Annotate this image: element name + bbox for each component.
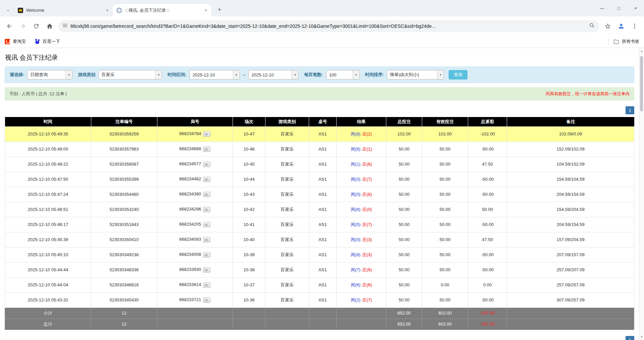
cell-total-bet[interactable]: 50.00 <box>386 232 422 247</box>
zoom-icon[interactable] <box>589 22 595 30</box>
cell-total-bet[interactable]: 50.00 <box>386 172 422 187</box>
cell-total-bet[interactable]: 50.00 <box>386 202 422 217</box>
cell-remark: 102.09/0.09 <box>507 126 634 141</box>
cell-game-type: 百家乐 <box>265 172 309 187</box>
search-button[interactable]: 查询 <box>449 70 467 79</box>
sort-select[interactable]: 降幂(由大到小) ▾ <box>387 70 444 79</box>
tab-close-icon[interactable]: × <box>203 7 209 13</box>
round-number: 668234482 <box>179 176 201 181</box>
cell-game-type: 百家乐 <box>265 247 309 262</box>
chevron-down-icon[interactable]: ▾ <box>353 70 359 79</box>
cell-game-type: 百家乐 <box>265 232 309 247</box>
cell-bet-id: 523030357963 <box>91 141 157 157</box>
chevron-down-icon[interactable]: ▾ <box>155 70 162 79</box>
cell-bet-id: 523030351843 <box>91 217 157 232</box>
cell-bet-id: 523030350410 <box>91 232 157 247</box>
result-banker: 庄(6) <box>362 162 372 167</box>
table-row: 2025-12-10 05:44:44 523030348336 6682339… <box>5 262 634 277</box>
date-end-select[interactable]: 2025-12-10 ▾ <box>248 70 299 79</box>
refresh-button[interactable] <box>30 19 43 33</box>
menu-kebab-icon[interactable] <box>628 19 641 33</box>
cell-total-bet[interactable]: 50.00 <box>386 277 422 292</box>
tab-search-button[interactable]: ⌄ <box>3 5 13 14</box>
tab-bet-record[interactable]: :::视讯, 会员下注纪录::: × <box>113 4 211 16</box>
minimize-button[interactable]: — <box>594 0 610 16</box>
bookmark-star-icon[interactable] <box>601 19 614 33</box>
date-start-select[interactable]: 2025-12-10 ▾ <box>190 70 240 79</box>
welcome-favicon <box>18 8 23 13</box>
table-row: 2025-12-10 05:46:17 523030351843 6682342… <box>5 217 634 232</box>
round-video-icon[interactable] <box>203 282 210 288</box>
tab-welcome[interactable]: Welcome × <box>14 4 113 16</box>
cell-total-bet[interactable]: 102.00 <box>386 126 422 141</box>
page-1-button-bottom[interactable]: 1 <box>626 336 634 340</box>
home-button[interactable] <box>43 19 56 33</box>
cell-total-bet[interactable]: 50.00 <box>386 217 422 232</box>
cell-total-bet[interactable]: 50.00 <box>386 141 422 157</box>
query-type-select[interactable]: 日期查询 ▾ <box>27 70 72 79</box>
cell-payout: -50.00 <box>468 172 507 187</box>
cell-total-bet[interactable]: 50.00 <box>386 262 422 277</box>
cell-total-bet[interactable]: 50.00 <box>386 247 422 262</box>
scrollbar-thumb[interactable] <box>640 56 643 111</box>
round-video-icon[interactable] <box>203 237 210 242</box>
maximize-button[interactable]: □ <box>610 0 627 16</box>
result-player: 闲(5) <box>351 222 360 227</box>
bookmark-taobao[interactable]: 爱淘宝 <box>5 39 26 45</box>
new-tab-button[interactable]: + <box>215 5 224 14</box>
round-video-icon[interactable] <box>203 131 210 137</box>
round-number: 668234577 <box>179 161 201 166</box>
total-count: 12 <box>91 319 157 330</box>
chevron-down-icon[interactable]: ▾ <box>233 70 240 79</box>
round-video-icon[interactable] <box>203 162 210 167</box>
page-size-label: 每页笔数: <box>304 72 323 78</box>
cell-payout: -50.00 <box>468 217 507 232</box>
game-type-select[interactable]: 百家乐 ▾ <box>98 70 162 79</box>
cell-payout: 47.50 <box>468 232 507 247</box>
cell-total-bet[interactable]: 50.00 <box>386 187 422 202</box>
forward-button[interactable] <box>16 19 30 33</box>
game-type-label: 游戏类别 <box>78 72 95 78</box>
cell-bet-id: 523030359259 <box>91 126 157 141</box>
profile-avatar[interactable] <box>614 19 628 33</box>
round-video-icon[interactable] <box>203 177 210 182</box>
chevron-down-icon[interactable]: ▾ <box>292 70 298 79</box>
scroll-down-icon[interactable]: ▼ <box>639 334 644 339</box>
table-row: 2025-12-10 05:47:24 523030354460 6682343… <box>5 187 634 202</box>
chevron-down-icon[interactable]: ▾ <box>437 70 444 79</box>
page-1-button[interactable]: 1 <box>626 106 634 114</box>
subtotal-empty <box>233 307 265 319</box>
header-valid-bet: 有效投注 <box>422 117 468 126</box>
round-video-icon[interactable] <box>203 147 210 152</box>
round-video-icon[interactable] <box>203 252 210 258</box>
url-bar[interactable]: 66cxkj98.com/game/betrecord_search/kind3… <box>58 20 599 32</box>
url-text[interactable]: 66cxkj98.com/game/betrecord_search/kind3… <box>70 23 586 29</box>
round-video-icon[interactable] <box>203 297 210 303</box>
all-bookmarks-button[interactable]: 所有书签 <box>613 39 639 45</box>
bookmark-baidu[interactable]: 百度一下 <box>35 39 60 45</box>
cell-valid-bet: 50.00 <box>422 157 468 172</box>
subtotal-empty <box>157 307 233 319</box>
cell-result: 闲(8)庄(2) <box>337 126 386 141</box>
back-button[interactable] <box>3 19 16 33</box>
subtotal-valid-bet: 602.00 <box>422 307 468 319</box>
vertical-scrollbar[interactable]: ▲ ▼ <box>639 48 644 340</box>
cell-total-bet[interactable]: 50.00 <box>386 292 422 307</box>
round-video-icon[interactable] <box>203 207 210 212</box>
tab-close-icon[interactable]: × <box>104 7 110 13</box>
round-video-icon[interactable] <box>203 222 210 227</box>
result-player: 闲(7) <box>351 267 360 272</box>
cell-table-no: AS1 <box>309 247 337 262</box>
date-end-value: 2025-12-10 <box>249 70 292 79</box>
cell-result: 闲(6)庄(0) <box>337 202 386 217</box>
cell-bet-id: 523030353240 <box>91 202 157 217</box>
page-size-select[interactable]: 100 ▾ <box>326 70 360 79</box>
round-video-icon[interactable] <box>203 267 210 273</box>
scroll-up-icon[interactable]: ▲ <box>639 49 644 54</box>
cell-total-bet[interactable]: 50.00 <box>386 157 422 172</box>
chevron-down-icon[interactable]: ▾ <box>65 70 72 79</box>
window-close-button[interactable]: × <box>627 0 644 16</box>
cell-time: 2025-12-10 05:43:32 <box>5 292 91 307</box>
site-info-icon[interactable] <box>62 23 68 30</box>
round-video-icon[interactable] <box>203 192 210 197</box>
